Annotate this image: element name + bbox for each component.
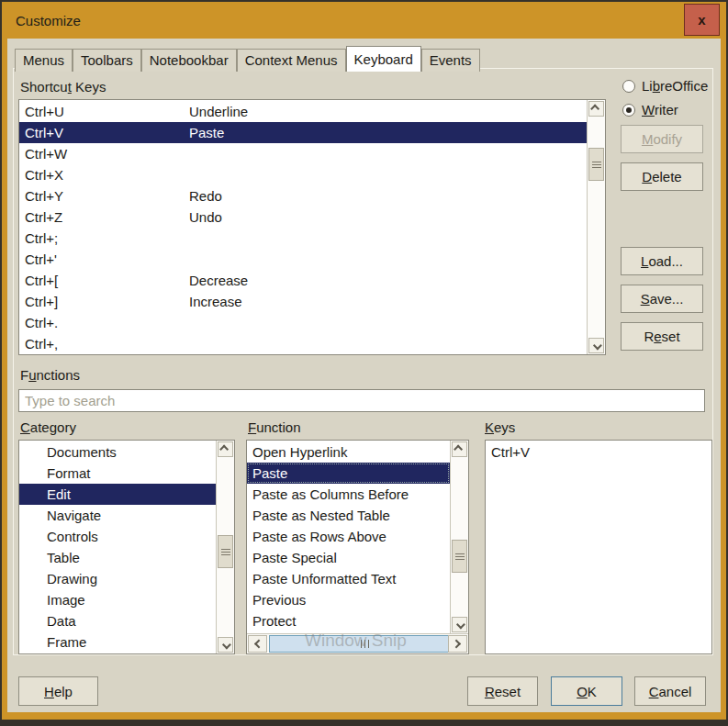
customize-dialog: Customize x Menus Toolbars Notebookbar C…: [0, 0, 728, 726]
tab-label: Events: [430, 52, 472, 68]
tab[interactable]: Events: [421, 49, 480, 72]
category-item[interactable]: Image: [19, 589, 216, 610]
scroll-down-button[interactable]: [218, 637, 233, 653]
tab[interactable]: Menus: [15, 49, 73, 72]
tab[interactable]: Notebookbar: [141, 49, 237, 72]
function-item-label: Paste as Columns Before: [252, 486, 409, 502]
shortcut-function: Decrease: [189, 270, 248, 291]
scroll-down-button[interactable]: [588, 338, 604, 353]
titlebar[interactable]: Customize: [2, 2, 726, 39]
delete-button[interactable]: Delete: [621, 162, 703, 191]
scrollbar-thumb[interactable]: [588, 148, 604, 181]
scroll-up-button[interactable]: [218, 441, 233, 457]
shortcut-key: Ctrl+': [25, 249, 57, 270]
scroll-down-button[interactable]: [452, 617, 467, 632]
chevron-up-icon: [219, 445, 229, 454]
shortcut-row[interactable]: Ctrl+] Increase: [19, 291, 587, 312]
shortcut-row[interactable]: Ctrl+[ Decrease: [19, 270, 587, 291]
function-label: Function: [248, 419, 301, 435]
category-item[interactable]: Controls: [19, 526, 216, 547]
category-list-scrollbar[interactable]: [216, 441, 234, 653]
function-item[interactable]: Paste Special: [247, 547, 450, 568]
shortcut-key: Ctrl+Z: [25, 207, 62, 228]
shortcut-row[interactable]: Ctrl+U Underline: [19, 101, 587, 122]
category-item-label: Navigate: [47, 508, 101, 523]
tab[interactable]: Context Menus: [237, 49, 346, 72]
function-list[interactable]: Open HyperlinkPastePaste as Columns Befo…: [246, 440, 469, 654]
shortcut-key: Ctrl+X: [25, 164, 63, 185]
category-item[interactable]: Table: [19, 547, 216, 568]
tab-label: Keyboard: [354, 51, 413, 67]
category-item[interactable]: Edit: [19, 484, 216, 505]
function-item[interactable]: Paste as Nested Table: [247, 505, 450, 526]
shortcut-row[interactable]: Ctrl+,: [19, 333, 587, 354]
save-button[interactable]: Save...: [621, 285, 703, 313]
chevron-left-icon: [254, 640, 263, 649]
shortcut-list-scrollbar[interactable]: [587, 100, 605, 354]
shortcut-row[interactable]: Ctrl+': [19, 249, 587, 270]
tab[interactable]: Toolbars: [73, 49, 141, 72]
radio-libreoffice[interactable]: LibreOffice: [622, 78, 708, 94]
shortcut-row[interactable]: Ctrl+W: [19, 143, 587, 164]
close-button[interactable]: x: [684, 4, 720, 36]
keys-list[interactable]: Ctrl+V: [485, 440, 712, 654]
reset-keyboard-button[interactable]: Reset: [621, 322, 703, 351]
radio-libreoffice-label: LibreOffice: [642, 78, 708, 94]
function-item[interactable]: Protect: [247, 610, 450, 631]
function-item-label: Open Hyperlink: [252, 444, 347, 460]
function-item[interactable]: Paste as Rows Above: [247, 526, 450, 547]
hscrollbar-thumb[interactable]: [269, 635, 460, 653]
close-icon: x: [698, 12, 705, 28]
category-item[interactable]: Drawing: [19, 568, 216, 589]
category-item[interactable]: Data: [19, 610, 216, 631]
modify-button[interactable]: Modify: [621, 125, 703, 153]
grip-icon: [221, 552, 230, 553]
shortcut-row[interactable]: Ctrl+V Paste: [19, 122, 587, 143]
shortcut-function: Paste: [189, 122, 224, 143]
function-item[interactable]: Open Hyperlink: [247, 441, 450, 463]
function-item[interactable]: Paste: [247, 463, 450, 484]
scroll-up-button[interactable]: [588, 101, 604, 117]
scroll-right-button[interactable]: [448, 635, 467, 653]
shortcut-row[interactable]: Ctrl+Z Undo: [19, 207, 587, 228]
reset-button[interactable]: Reset: [467, 676, 538, 706]
load-button[interactable]: Load...: [621, 247, 703, 275]
chevron-down-icon: [593, 341, 602, 351]
shortcut-function: Increase: [189, 291, 242, 312]
shortcut-row[interactable]: Ctrl+Y Redo: [19, 185, 587, 207]
function-item-label: Previous: [252, 592, 306, 608]
scrollbar-thumb[interactable]: [218, 535, 233, 568]
function-item[interactable]: Previous: [247, 589, 450, 610]
tab[interactable]: Keyboard: [346, 46, 421, 72]
function-item-label: Paste Special: [252, 550, 337, 565]
function-item[interactable]: Paste Unformatted Text: [247, 568, 450, 589]
shortcut-key: Ctrl+V: [25, 122, 63, 143]
key-item[interactable]: Ctrl+V: [486, 441, 711, 463]
function-list-hscrollbar[interactable]: [247, 633, 468, 653]
cancel-button[interactable]: Cancel: [634, 676, 706, 706]
scroll-left-button[interactable]: [248, 635, 267, 653]
scroll-up-button[interactable]: [452, 441, 467, 457]
category-list[interactable]: DocumentsFormatEditNavigateControlsTable…: [18, 440, 235, 654]
category-item[interactable]: Frame: [19, 631, 216, 653]
category-label: Category: [20, 419, 76, 435]
shortcut-key: Ctrl+[: [25, 270, 58, 291]
scrollbar-thumb[interactable]: [452, 540, 467, 573]
shortcut-row[interactable]: Ctrl+X: [19, 164, 587, 185]
category-item-label: Drawing: [47, 571, 97, 586]
shortcut-row[interactable]: Ctrl+.: [19, 312, 587, 333]
category-item[interactable]: Format: [19, 463, 216, 484]
shortcut-function: Underline: [189, 101, 248, 122]
ok-button[interactable]: OK: [551, 676, 622, 706]
function-list-scrollbar[interactable]: [450, 441, 468, 633]
help-button[interactable]: Help: [18, 676, 98, 706]
shortcut-row[interactable]: Ctrl+;: [19, 228, 587, 249]
category-item[interactable]: Navigate: [19, 505, 216, 526]
shortcut-keys-list[interactable]: Ctrl+U Underline Ctrl+V Paste Ctrl+W Ctr…: [18, 99, 606, 355]
category-item-label: Documents: [47, 444, 117, 460]
function-search-input[interactable]: [18, 389, 705, 412]
function-item[interactable]: Paste as Columns Before: [247, 484, 450, 505]
category-item[interactable]: Documents: [19, 441, 216, 463]
shortcut-key: Ctrl+;: [25, 228, 58, 249]
radio-writer[interactable]: Writer: [622, 102, 678, 117]
